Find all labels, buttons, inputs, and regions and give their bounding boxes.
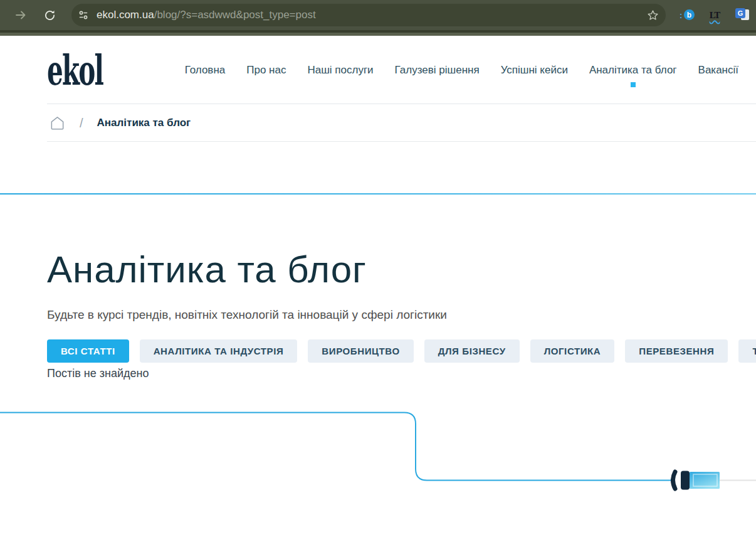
google-translate-extension-icon[interactable]: G — [735, 8, 750, 23]
reload-icon[interactable] — [43, 8, 56, 22]
road-path-blue — [0, 413, 671, 481]
breadcrumb-current: Аналітика та блог — [97, 117, 191, 129]
filter-production[interactable]: ВИРОБНИЦТВО — [308, 339, 413, 363]
extensions-area: : b LT G — [680, 8, 750, 23]
no-posts-message: Постів не знайдено — [47, 367, 756, 380]
b-extension-icon[interactable]: : b — [680, 8, 695, 23]
b-extension-dots: : — [680, 11, 682, 19]
filter-analytics-industry[interactable]: АНАЛІТИКА ТА ІНДУСТРІЯ — [140, 339, 298, 363]
filter-trends[interactable]: ТРЕНДИ — [738, 339, 756, 363]
filter-logistics[interactable]: ЛОГІСТИКА — [530, 339, 615, 363]
filter-all-posts[interactable]: ВСІ СТАТТІ — [47, 339, 129, 363]
filter-for-business[interactable]: ДЛЯ БІЗНЕСУ — [424, 339, 520, 363]
b-extension-ball: b — [684, 9, 695, 20]
hero-section: Аналітика та блог Будьте в курсі трендів… — [0, 142, 756, 322]
nav-item-cases[interactable]: Успішні кейси — [501, 64, 568, 77]
url-path: /blog/?s=asdwwd&post_type=post — [154, 9, 316, 21]
truck-icon — [673, 471, 720, 490]
breadcrumb: / Аналітика та блог — [0, 104, 756, 142]
ekol-logo[interactable]: ekol — [47, 50, 103, 90]
nav-item-services[interactable]: Наші послуги — [307, 64, 373, 77]
forward-arrow-icon[interactable] — [14, 8, 28, 22]
languagetool-label: LT — [710, 10, 720, 21]
filter-transportation[interactable]: ПЕРЕВЕЗЕННЯ — [625, 339, 728, 363]
languagetool-extension-icon[interactable]: LT — [707, 8, 722, 23]
address-bar[interactable]: ekol.com.ua/blog/?s=asdwwd&post_type=pos… — [71, 4, 666, 26]
decorative-top-line — [0, 193, 756, 195]
page-title: Аналітика та блог — [47, 248, 756, 291]
site-settings-icon[interactable] — [76, 8, 90, 22]
nav-item-industry-solutions[interactable]: Галузеві рішення — [395, 64, 480, 77]
home-icon[interactable] — [49, 115, 66, 132]
url-host: ekol.com.ua — [97, 9, 154, 21]
google-translate-glyph: G — [735, 8, 749, 22]
breadcrumb-divider — [47, 141, 756, 142]
breadcrumb-separator: / — [80, 116, 83, 131]
nav-item-blog[interactable]: Аналітика та блог — [589, 64, 677, 77]
nav-item-home[interactable]: Головна — [185, 64, 226, 77]
nav-item-vacancies[interactable]: Вакансії — [698, 64, 738, 77]
bookmark-star-icon[interactable] — [646, 8, 659, 22]
category-filter-row: ВСІ СТАТТІ АНАЛІТИКА ТА ІНДУСТРІЯ ВИРОБН… — [47, 339, 756, 363]
b-extension-glyph: : b — [680, 8, 695, 23]
google-translate-g: G — [735, 8, 745, 18]
browser-toolbar: ekol.com.ua/blog/?s=asdwwd&post_type=pos… — [0, 0, 756, 36]
page-subtitle: Будьте в курсі трендів, новітніх техноло… — [47, 308, 756, 322]
nav-item-about[interactable]: Про нас — [246, 64, 286, 77]
url-text[interactable]: ekol.com.ua/blog/?s=asdwwd&post_type=pos… — [97, 9, 646, 21]
site-header: ekol Головна Про нас Наші послуги Галузе… — [0, 36, 756, 104]
main-nav: Головна Про нас Наші послуги Галузеві рі… — [185, 64, 738, 77]
